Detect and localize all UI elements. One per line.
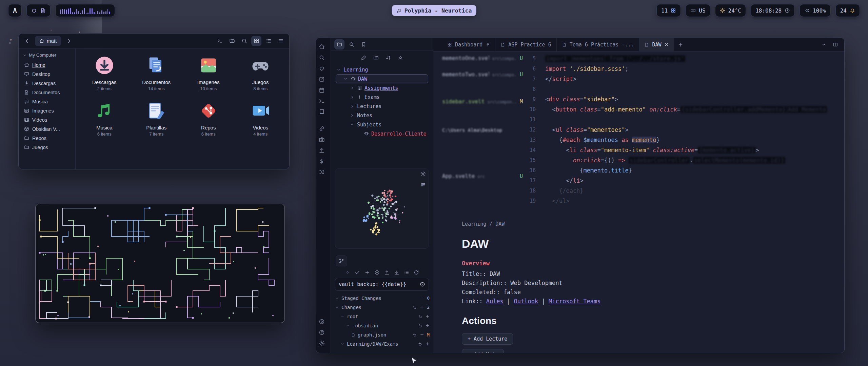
quick-open-item[interactable]: C:\Users_Alma\Desktop [442,127,523,133]
tree-item-subjects[interactable]: Subjects [336,120,428,129]
tree-item-assignments[interactable]: Assignments [336,83,428,93]
new-tab-button[interactable] [674,38,687,51]
quick-open-item[interactable]: App.sveltesrcU [442,173,523,179]
tree-item-lectures[interactable]: Lectures [336,102,428,111]
git-refresh-icon[interactable] [414,270,419,275]
git-check-icon[interactable] [355,270,360,275]
home-ribbon-icon[interactable] [316,41,328,52]
git-plus-icon[interactable] [364,270,370,275]
git-row-minus-icon[interactable] [420,296,424,300]
search-ribbon-icon[interactable] [316,52,328,63]
app-launcher-button[interactable]: Λ [8,4,22,17]
now-playing-widget[interactable]: Polyphia - Neurotica [392,5,476,16]
quick-open-item[interactable]: sidebar.sveltesrc\compon...M [442,98,523,105]
note-link[interactable]: Microsoft Teams [549,298,601,305]
keyboard-layout-widget[interactable]: US [686,4,710,17]
sidebar-item-home[interactable]: Home [21,60,73,69]
git-row-learning/daw/exams[interactable]: Learning/DAW/Exams [334,339,430,348]
git-minusc-icon[interactable] [374,270,380,275]
folder-item-musica[interactable]: Musica6 items [78,101,131,137]
editor-area[interactable]: 5import mementoes from '../../store.js'6… [433,52,844,353]
tree-item-daw[interactable]: DAW [336,74,428,83]
clock-widget[interactable]: 18:08:28 [751,4,795,17]
grid-toolbar-icon[interactable] [251,36,261,46]
list-toolbar-icon[interactable] [263,36,274,46]
help-ribbon-icon[interactable] [316,327,328,338]
graph-view[interactable] [335,168,429,248]
folder-item-juegos[interactable]: Juegos8 items [235,55,287,91]
folder-item-plantillas[interactable]: Plantillas7 items [131,101,183,137]
dice-ribbon-icon[interactable] [316,74,328,85]
git-row-plus-icon[interactable] [420,332,424,337]
note-link[interactable]: Aules [486,298,504,305]
back-button[interactable] [22,36,32,46]
git-up-icon[interactable] [384,270,390,275]
files-app-icon[interactable] [40,8,46,14]
git-row-plus-icon[interactable] [425,314,430,319]
tree-item-notes[interactable]: Notes [336,111,428,120]
workspace-indicator[interactable]: 11 [656,4,681,17]
git-row-plus-icon[interactable] [420,305,424,309]
tab-tema-6-pr-cticas-[interactable]: Tema 6 Prácticas -... [557,38,639,51]
places-header[interactable]: My Computer [23,53,73,58]
coll-explorer-icon[interactable] [398,55,403,60]
gear-ribbon-icon[interactable] [316,338,328,349]
close-tab-icon[interactable] [664,42,669,47]
rec-ribbon-icon[interactable] [316,316,328,327]
git-row-staged changes[interactable]: Staged Changes0 [334,293,430,303]
sidebar-item-repos[interactable]: Repos [21,134,73,143]
breadcrumb[interactable]: matt [35,36,61,46]
sidebar-tab-search[interactable] [347,39,357,49]
notifications-widget[interactable]: 24 [835,4,860,17]
volume-widget[interactable]: 100% [800,4,831,17]
menu-toolbar-icon[interactable] [276,36,286,46]
commit-message-input[interactable] [339,281,417,287]
folder-item-descargas[interactable]: Descargas2 items [78,55,131,91]
heart-ribbon-icon[interactable] [316,63,328,74]
dollar-ribbon-icon[interactable] [316,156,328,167]
git-row-changes[interactable]: Changes2 [334,303,430,312]
git-row-root[interactable]: root [334,312,430,321]
tab-dashboard[interactable]: Dashboard [442,38,495,51]
tree-item-exams[interactable]: Exams [336,93,428,102]
git-row-plus-icon[interactable] [425,323,430,328]
sidebar-tab-bkm[interactable] [359,39,369,49]
git-row-undo-icon[interactable] [418,323,422,328]
folder-item-imagenes[interactable]: Imagenes10 items [182,55,235,91]
sidebar-item-musica[interactable]: Musica [21,97,73,106]
git-row-undo-icon[interactable] [413,305,417,309]
sidebar-item-documentos[interactable]: Documentos [21,88,73,97]
tab-asp-practice-6[interactable]: ASP Practice 6 [495,38,556,51]
quick-open-item[interactable]: mementoTwo.sveltesrc\compo...U [442,71,523,78]
term-ribbon-icon[interactable] [316,96,328,106]
cal-ribbon-icon[interactable] [316,85,328,96]
up-ribbon-icon[interactable] [316,145,328,156]
folder-item-documentos[interactable]: Documentos14 items [131,55,183,91]
note-link[interactable]: Outlook [514,298,538,305]
search-toolbar-icon[interactable] [239,36,249,46]
add-note-button[interactable]: + Add Note [462,349,504,353]
sidebar-item-juegos[interactable]: Juegos [21,143,73,152]
fplus-toolbar-icon[interactable] [227,36,237,46]
folder-item-videos[interactable]: Videos4 items [235,101,287,137]
git-dot-icon[interactable] [345,270,350,275]
pin-icon[interactable] [486,42,490,47]
cam-ribbon-icon[interactable] [316,134,328,145]
git-row-.obsidian[interactable]: .obsidian [334,321,430,330]
tree-item-learning[interactable]: Learning [336,65,428,74]
link-ribbon-icon[interactable] [316,123,328,134]
sidebar-item-videos[interactable]: Videos [21,115,73,124]
sidebar-item-descargas[interactable]: Descargas [21,79,73,88]
sidebar-item-imagenes[interactable]: Imagenes [21,106,73,115]
pencil-explorer-icon[interactable] [361,55,367,60]
browser-icon[interactable] [31,8,37,14]
git-row-plus-icon[interactable] [425,342,430,346]
clear-message-icon[interactable] [420,282,425,287]
weather-widget[interactable]: 24°C [715,4,746,17]
quick-open-item[interactable]: mementoOne.sveltesrc\compo...U [442,55,523,61]
git-listu-icon[interactable] [404,270,409,275]
fplus-explorer-icon[interactable] [373,55,379,60]
sidebar-tab-folder[interactable] [334,39,344,49]
note-breadcrumb[interactable]: Learning / DAW [462,221,794,227]
graph-filter-icon[interactable] [420,182,426,187]
